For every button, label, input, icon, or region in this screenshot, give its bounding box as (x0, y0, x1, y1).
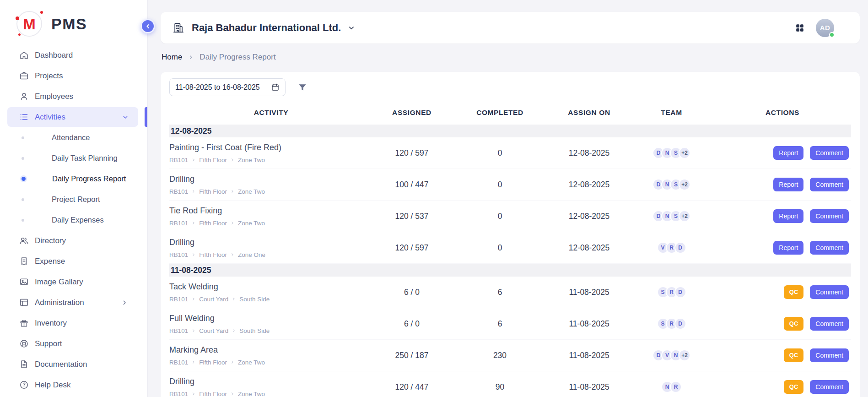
comment-button[interactable]: Comment (810, 348, 849, 362)
qc-button[interactable]: QC (784, 348, 804, 363)
comment-button[interactable]: Comment (810, 241, 849, 255)
sidebar-item-help-desk[interactable]: Help Desk (0, 375, 147, 395)
team-overflow-badge: +2 (679, 349, 690, 361)
date-range-input[interactable]: 11-08-2025 to 16-08-2025 (169, 78, 286, 96)
chevron-down-icon (122, 114, 129, 121)
sidebar-item-expense[interactable]: Expense (0, 251, 147, 272)
path-segment: Court Yard (199, 296, 228, 303)
sidebar-item-documentation[interactable]: Documentation (0, 354, 147, 375)
calendar-icon[interactable] (271, 83, 280, 92)
activity-title: Painting - First Coat (Fire Red) (169, 143, 367, 152)
activity-cell: Tack WeldingRB101Court YardSouth Side (169, 282, 373, 303)
actions-cell: QCComment (714, 285, 851, 299)
sidebar-menu: DashboardProjectsEmployeesActivitiesAtte… (0, 45, 147, 395)
team-cell: DNS+2 (629, 179, 714, 190)
column-header-completed: COMPLETED (451, 109, 549, 117)
activity-row: DrillingRB101Fifth FloorZone Two100 / 44… (169, 169, 851, 201)
sidebar-item-label: Help Desk (35, 381, 70, 390)
comment-button[interactable]: Comment (810, 380, 849, 394)
assign-on-date: 11-08-2025 (549, 288, 629, 297)
team-overflow-badge: +2 (679, 210, 690, 222)
administration-icon (19, 298, 29, 307)
team-member-badge: D (674, 318, 686, 330)
column-header-assigned: ASSIGNED (373, 109, 451, 117)
path-chevron-icon (191, 328, 196, 333)
qc-button[interactable]: QC (784, 317, 804, 331)
comment-button[interactable]: Comment (810, 209, 849, 223)
assigned-count: 100 / 447 (373, 180, 451, 190)
report-button[interactable]: Report (773, 209, 803, 223)
filter-funnel-icon[interactable] (297, 82, 307, 92)
team-cell: DNS+2 (629, 210, 714, 222)
sidebar-item-label: Expense (35, 257, 65, 266)
sidebar-item-support[interactable]: Support (0, 333, 147, 354)
avatar[interactable]: AD (816, 19, 834, 37)
team-member-badge: R (670, 381, 682, 393)
sidebar-item-inventory[interactable]: Inventory (0, 313, 147, 333)
sidebar-collapse-button[interactable] (140, 19, 155, 33)
sidebar-item-employees[interactable]: Employees (0, 86, 147, 107)
company-name[interactable]: Raja Bahadur International Ltd. (192, 22, 341, 34)
assign-on-date: 11-08-2025 (549, 319, 629, 329)
sidebar-subitem-label: Project Report (52, 195, 100, 204)
date-range-value: 11-08-2025 to 16-08-2025 (175, 83, 260, 92)
comment-button[interactable]: Comment (810, 317, 849, 331)
assigned-count: 120 / 447 (373, 382, 451, 392)
breadcrumb-home[interactable]: Home (162, 53, 182, 62)
comment-button[interactable]: Comment (810, 146, 849, 160)
report-button[interactable]: Report (773, 241, 803, 255)
path-segment: RB101 (169, 359, 188, 366)
inventory-icon (19, 318, 29, 328)
assigned-count: 120 / 537 (373, 212, 451, 221)
completed-count: 0 (451, 243, 549, 253)
activity-title: Full Welding (169, 314, 367, 323)
path-segment: Zone Two (238, 391, 265, 397)
assign-on-date: 11-08-2025 (549, 351, 629, 360)
sidebar-subitem-daily-expenses[interactable]: Daily Expenses (0, 210, 147, 230)
sidebar-subitem-project-report[interactable]: Project Report (0, 189, 147, 210)
gallery-icon (19, 277, 29, 287)
path-chevron-icon (232, 297, 236, 301)
actions-cell: QCComment (714, 317, 851, 331)
sidebar-subitem-daily-task-planning[interactable]: Daily Task Planning (0, 148, 147, 169)
assigned-count: 6 / 0 (373, 288, 451, 297)
team-overflow-badge: +2 (679, 147, 690, 159)
bullet-icon (22, 198, 24, 201)
projects-icon (19, 71, 29, 81)
comment-button[interactable]: Comment (810, 285, 849, 299)
assigned-count: 120 / 597 (373, 243, 451, 253)
path-chevron-icon (230, 221, 235, 225)
sidebar-item-administration[interactable]: Administration (0, 292, 147, 313)
path-segment: Fifth Floor (199, 188, 227, 195)
apps-grid-icon[interactable] (795, 23, 805, 33)
qc-button[interactable]: QC (784, 285, 804, 299)
comment-button[interactable]: Comment (810, 178, 849, 191)
report-button[interactable]: Report (773, 178, 803, 191)
chevron-down-icon[interactable] (347, 24, 356, 32)
sidebar-item-directory[interactable]: Directory (0, 230, 147, 251)
sidebar-item-label: Inventory (35, 319, 67, 328)
sidebar-item-activities[interactable]: Activities (7, 107, 138, 127)
path-chevron-icon (191, 189, 196, 194)
activity-path: RB101Fifth FloorZone One (169, 251, 367, 258)
sidebar-item-dashboard[interactable]: Dashboard (0, 45, 147, 65)
sidebar-item-projects[interactable]: Projects (0, 65, 147, 86)
chevron-right-icon (121, 299, 128, 306)
qc-button[interactable]: QC (784, 380, 804, 394)
sidebar-item-image-gallary[interactable]: Image Gallary (0, 272, 147, 292)
app-logo-icon: M (16, 10, 44, 38)
sidebar-subitem-attendance[interactable]: Attendance (0, 127, 147, 148)
actions-cell: QCComment (714, 380, 851, 394)
activity-path: RB101Fifth FloorZone Two (169, 188, 367, 195)
activity-row: Tie Rod FixingRB101Fifth FloorZone Two12… (169, 201, 851, 232)
sidebar-item-label: Dashboard (35, 51, 73, 60)
sidebar-subitem-daily-progress-report[interactable]: Daily Progress Report (0, 169, 147, 189)
path-segment: Zone Two (238, 157, 265, 163)
actions-cell: QCComment (714, 348, 851, 363)
column-header-activity: ACTIVITY (169, 109, 373, 117)
activity-cell: Marking AreaRB101Fifth FloorZone Two (169, 345, 373, 366)
bullet-icon (22, 219, 24, 222)
path-segment: Zone One (238, 251, 265, 258)
report-button[interactable]: Report (773, 146, 803, 160)
activity-row: Tack WeldingRB101Court YardSouth Side6 /… (169, 277, 851, 308)
